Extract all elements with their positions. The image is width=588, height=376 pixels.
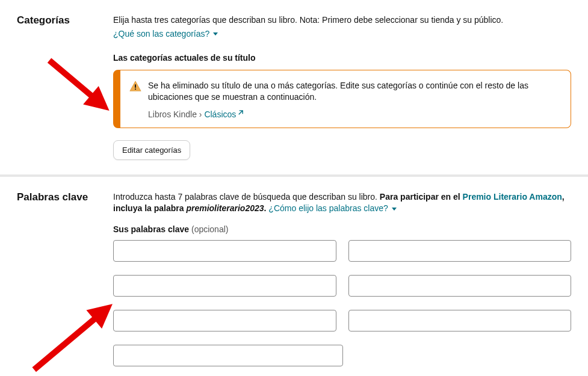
chevron-down-icon (392, 208, 397, 211)
category-path-link[interactable]: Clásicos (204, 109, 244, 119)
keywords-grid (113, 240, 571, 366)
keyword-row (113, 345, 571, 366)
categories-label-col: Categorías (17, 14, 113, 160)
keywords-help-text: ¿Cómo elijo las palabras clave? (268, 203, 388, 213)
categories-description: Elija hasta tres categorías que describa… (113, 14, 571, 26)
premio-link[interactable]: Premio Literario Amazon (463, 192, 562, 202)
categories-help-link[interactable]: ¿Qué son las categorías? (113, 29, 218, 39)
path-prefix: Libros Kindle (148, 109, 197, 119)
current-categories-heading: Las categorías actuales de su título (113, 53, 571, 63)
keyword-input-5[interactable] (113, 310, 336, 331)
keywords-optional-text: (opcional) (189, 224, 228, 234)
chevron-down-icon (213, 32, 218, 35)
alert-box: Se ha eliminado su título de una o más c… (113, 70, 571, 128)
desc-bold-1: Para participar en el (380, 192, 463, 202)
keyword-row (113, 240, 571, 262)
alert-text: Se ha eliminado su título de una o más c… (148, 80, 562, 103)
keyword-input-2[interactable] (348, 240, 572, 262)
path-link-text: Clásicos (204, 109, 236, 119)
keyword-row (113, 275, 571, 297)
keyword-input-7[interactable] (113, 345, 343, 366)
categories-content: Elija hasta tres categorías que describa… (113, 14, 571, 160)
keywords-description: Introduzca hasta 7 palabras clave de bús… (113, 191, 571, 215)
svg-rect-3 (135, 88, 136, 90)
keywords-field-label: Sus palabras clave (opcional) (113, 224, 571, 234)
categories-heading: Categorías (17, 14, 113, 26)
edit-categories-button[interactable]: Editar categorías (113, 140, 190, 160)
keywords-label-col: Palabras clave (17, 191, 113, 366)
desc-text: Introduzca hasta 7 palabras clave de bús… (113, 192, 380, 202)
svg-rect-2 (135, 84, 136, 88)
keywords-heading: Palabras clave (17, 191, 113, 203)
keywords-label-text: Sus palabras clave (113, 224, 189, 234)
keyword-input-6[interactable] (348, 310, 572, 331)
alert-row: Se ha eliminado su título de una o más c… (129, 80, 562, 103)
keyword-row (113, 310, 571, 331)
categories-section: Categorías Elija hasta tres categorías q… (0, 0, 588, 177)
keyword-input-1[interactable] (113, 240, 336, 262)
keywords-section: Palabras clave Introduzca hasta 7 palabr… (0, 177, 588, 376)
keyword-input-4[interactable] (348, 275, 572, 297)
keywords-content: Introduzca hasta 7 palabras clave de bús… (113, 191, 571, 366)
warning-icon (129, 80, 142, 93)
keywords-help-link[interactable]: ¿Cómo elijo las palabras clave? (268, 203, 396, 213)
desc-italic: premioliterario2023 (186, 203, 264, 213)
keyword-input-3[interactable] (113, 275, 336, 297)
external-link-icon (237, 109, 244, 116)
path-separator: › (197, 109, 204, 119)
alert-category-path: Libros Kindle › Clásicos (148, 109, 562, 119)
keyword-spacer (355, 345, 572, 366)
categories-help-text: ¿Qué son las categorías? (113, 29, 209, 39)
